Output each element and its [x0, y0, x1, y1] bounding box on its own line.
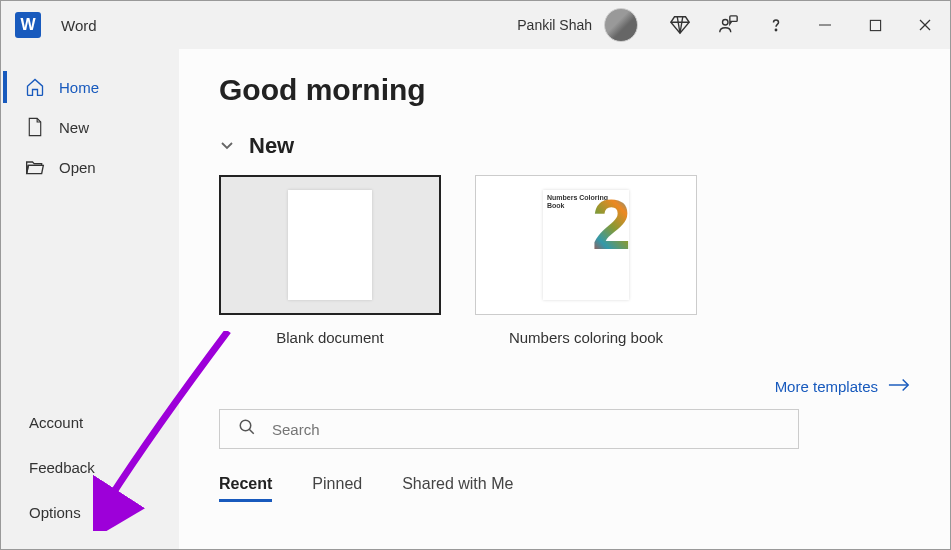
maximize-button[interactable] [850, 1, 900, 49]
help-icon[interactable] [752, 1, 800, 49]
chevron-down-icon [219, 133, 235, 159]
sidebar-item-new[interactable]: New [1, 107, 179, 147]
template-thumb [219, 175, 441, 315]
diamond-icon[interactable] [656, 1, 704, 49]
section-title: New [249, 133, 294, 159]
arrow-right-icon [888, 378, 910, 395]
greeting: Good morning [219, 73, 910, 107]
app-title: Word [61, 17, 97, 34]
avatar[interactable] [604, 8, 638, 42]
titlebar: W Word Pankil Shah [1, 1, 950, 49]
template-name: Numbers coloring book [475, 329, 697, 346]
new-section-header[interactable]: New [219, 133, 910, 159]
template-name: Blank document [219, 329, 441, 354]
sidebar-item-feedback[interactable]: Feedback [1, 445, 179, 490]
number-2-graphic: 2 [592, 192, 631, 259]
folder-open-icon [25, 157, 45, 177]
person-feedback-icon[interactable] [704, 1, 752, 49]
templates-row: Blank document Numbers Coloring Book 2 N… [219, 175, 910, 354]
sidebar-item-label: Home [59, 79, 99, 96]
search-input[interactable] [272, 421, 780, 438]
tab-pinned[interactable]: Pinned [312, 475, 362, 502]
tab-recent[interactable]: Recent [219, 475, 272, 502]
sidebar-item-account[interactable]: Account [1, 400, 179, 445]
template-blank-document[interactable]: Blank document [219, 175, 441, 354]
sidebar: Home New Open Account Feedback Options [1, 49, 179, 549]
word-logo: W [15, 12, 41, 38]
template-numbers-coloring-book[interactable]: Numbers Coloring Book 2 Numbers coloring… [475, 175, 697, 354]
svg-point-8 [240, 420, 251, 431]
main: Good morning New Blank document Numbers … [179, 49, 950, 549]
titlebar-left: W Word [15, 12, 97, 38]
titlebar-right: Pankil Shah [517, 1, 950, 49]
sidebar-item-label: Open [59, 159, 96, 176]
new-document-icon [25, 117, 45, 137]
sidebar-item-label: New [59, 119, 89, 136]
sidebar-item-options[interactable]: Options [1, 490, 179, 535]
svg-rect-4 [870, 20, 880, 30]
user-area[interactable]: Pankil Shah [517, 8, 638, 42]
tab-shared-with-me[interactable]: Shared with Me [402, 475, 513, 502]
svg-rect-1 [730, 16, 737, 22]
svg-point-0 [723, 20, 729, 26]
document-tabs: Recent Pinned Shared with Me [219, 475, 910, 502]
sidebar-item-home[interactable]: Home [1, 67, 179, 107]
sidebar-item-open[interactable]: Open [1, 147, 179, 187]
template-thumb: Numbers Coloring Book 2 [475, 175, 697, 315]
home-icon [25, 77, 45, 97]
search-box[interactable] [219, 409, 799, 449]
more-templates-link[interactable]: More templates [219, 378, 910, 395]
minimize-button[interactable] [800, 1, 850, 49]
svg-line-9 [249, 429, 254, 434]
svg-point-2 [775, 29, 776, 30]
search-icon [238, 418, 256, 440]
close-button[interactable] [900, 1, 950, 49]
user-name: Pankil Shah [517, 17, 592, 33]
